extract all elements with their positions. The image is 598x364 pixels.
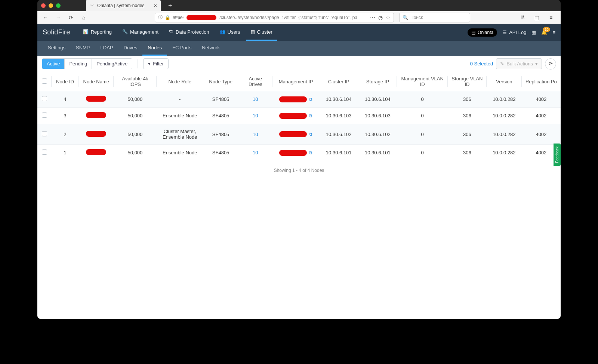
subnav-item-snmp[interactable]: SNMP xyxy=(71,41,95,56)
address-bar[interactable]: ⓘ 🔒 https: /cluster/#/system/nodes?page=… xyxy=(155,13,394,22)
nav-label: Data Protection xyxy=(176,29,209,35)
caret-down-icon: ▾ xyxy=(535,61,538,67)
cell-cluster-ip: 10.30.6.103 xyxy=(319,108,358,124)
home-button[interactable]: ⌂ xyxy=(78,12,89,23)
url-protocol: https: xyxy=(173,15,184,20)
sub-navigation: SettingsSNMPLDAPDrivesNodesFC PortsNetwo… xyxy=(37,41,561,56)
row-checkbox[interactable] xyxy=(42,112,47,118)
column-header[interactable]: Version xyxy=(487,72,522,91)
window-close-button[interactable] xyxy=(41,3,46,8)
column-checkbox xyxy=(37,72,52,91)
cluster-selector[interactable]: ▤ Onlanta xyxy=(468,28,497,37)
forward-button[interactable]: → xyxy=(53,12,64,23)
external-link-icon[interactable]: ⧉ xyxy=(309,97,312,102)
external-link-icon[interactable]: ⧉ xyxy=(309,150,312,155)
notification-badge: 10 xyxy=(543,27,550,32)
status-tab-pendingactive[interactable]: PendingActive xyxy=(92,59,132,69)
refresh-button[interactable]: ⟳ xyxy=(545,58,556,70)
cell-mgmt-ip[interactable]: ⧉ xyxy=(272,108,319,124)
status-tab-pending[interactable]: Pending xyxy=(65,59,92,69)
reload-button[interactable]: ⟳ xyxy=(66,12,76,23)
window-maximize-button[interactable] xyxy=(56,3,61,8)
cell-mvlan: 0 xyxy=(397,145,447,161)
select-all-checkbox[interactable] xyxy=(42,78,47,84)
external-link-icon[interactable]: ⧉ xyxy=(309,132,312,137)
bookmark-icon[interactable]: ☆ xyxy=(386,15,391,21)
nav-label: Reporting xyxy=(91,29,112,35)
column-header[interactable]: Active Drives xyxy=(238,72,272,91)
cell-role: - xyxy=(157,91,203,108)
cell-cluster-ip: 10.30.6.104 xyxy=(319,91,358,108)
feedback-tab[interactable]: Feedback xyxy=(554,144,561,166)
column-header[interactable]: Storage VLAN ID xyxy=(448,72,487,91)
api-log-button[interactable]: ☰ API Log xyxy=(502,30,526,35)
cell-node-id: 4 xyxy=(52,91,79,108)
topnav-item-reporting[interactable]: 📊Reporting xyxy=(78,24,116,41)
library-icon[interactable]: ⫴\ xyxy=(517,12,528,23)
column-header[interactable]: Node ID xyxy=(52,72,79,91)
column-header[interactable]: Management VLAN ID xyxy=(397,72,447,91)
cell-node-name xyxy=(78,124,114,145)
status-tab-active[interactable]: Active xyxy=(42,59,65,69)
topnav-item-data-protection[interactable]: 🛡Data Protection xyxy=(164,24,214,41)
topnav-item-management[interactable]: 🔧Management xyxy=(118,24,163,41)
back-button[interactable]: ← xyxy=(40,12,51,23)
app-menu-button[interactable]: ≡ xyxy=(552,30,555,35)
column-header[interactable]: Cluster IP xyxy=(319,72,358,91)
notifications-button[interactable]: 🔔 10 xyxy=(541,30,547,35)
browser-menu-icon[interactable]: ≡ xyxy=(546,12,556,23)
filter-button[interactable]: ▾ Filter xyxy=(143,58,169,69)
cell-replication: 4002 xyxy=(522,124,561,145)
column-header[interactable]: Storage IP xyxy=(358,72,397,91)
nav-icon: 🛡 xyxy=(169,29,173,34)
topnav-item-users[interactable]: 👥Users xyxy=(215,24,245,41)
page-action-icon[interactable]: ⋯ xyxy=(370,15,375,21)
subnav-item-ldap[interactable]: LDAP xyxy=(95,41,118,56)
external-link-icon[interactable]: ⧉ xyxy=(309,113,312,118)
table-footer-summary: Showing 1 - 4 of 4 Nodes xyxy=(37,161,561,180)
column-header[interactable]: Node Role xyxy=(157,72,203,91)
sidebar-toggle-icon[interactable]: ◫ xyxy=(531,12,542,23)
column-header[interactable]: Replication Po xyxy=(522,72,561,91)
column-header[interactable]: Node Name xyxy=(78,72,114,91)
cell-drives[interactable]: 10 xyxy=(238,145,272,161)
cell-drives[interactable]: 10 xyxy=(238,108,272,124)
cell-mgmt-ip[interactable]: ⧉ xyxy=(272,124,319,145)
cell-replication: 4002 xyxy=(522,91,561,108)
row-checkbox[interactable] xyxy=(42,149,47,155)
pocket-icon[interactable]: ◔ xyxy=(378,15,383,21)
cell-role: Cluster Master, Ensemble Node xyxy=(157,124,203,145)
subnav-item-network[interactable]: Network xyxy=(197,41,225,56)
grid-icon[interactable]: ▦ xyxy=(531,30,536,35)
cell-iops: 50,000 xyxy=(114,124,157,145)
table-row: 350,000Ensemble NodeSF480510⧉10.30.6.103… xyxy=(37,108,561,124)
nodes-table: Node IDNode NameAvailable 4k IOPSNode Ro… xyxy=(37,72,561,161)
cell-drives[interactable]: 10 xyxy=(238,124,272,145)
nav-icon: ▤ xyxy=(251,29,255,34)
subnav-item-nodes[interactable]: Nodes xyxy=(142,41,167,56)
cell-node-name xyxy=(78,145,114,161)
row-checkbox[interactable] xyxy=(42,96,47,101)
page-info-icon[interactable]: ⓘ xyxy=(158,14,163,21)
cell-mvlan: 0 xyxy=(397,108,447,124)
browser-search-box[interactable]: 🔍 Поиск xyxy=(399,13,470,22)
subnav-item-fc-ports[interactable]: FC Ports xyxy=(167,41,197,56)
subnav-item-drives[interactable]: Drives xyxy=(118,41,143,56)
table-row: 450,000-SF480510⧉10.30.6.10410.30.6.1040… xyxy=(37,91,561,108)
column-header[interactable]: Management IP xyxy=(272,72,319,91)
cell-mgmt-ip[interactable]: ⧉ xyxy=(272,91,319,108)
new-tab-button[interactable]: + xyxy=(168,2,172,10)
nav-label: Management xyxy=(130,29,158,35)
column-header[interactable]: Node Type xyxy=(203,72,238,91)
row-checkbox[interactable] xyxy=(42,131,47,136)
cell-mgmt-ip[interactable]: ⧉ xyxy=(272,145,319,161)
window-minimize-button[interactable] xyxy=(49,3,53,8)
column-header[interactable]: Available 4k IOPS xyxy=(114,72,157,91)
subnav-item-settings[interactable]: Settings xyxy=(43,41,71,56)
cell-drives[interactable]: 10 xyxy=(238,91,272,108)
table-toolbar: ActivePendingPendingActive ▾ Filter 0 Se… xyxy=(37,56,561,72)
topnav-item-cluster[interactable]: ▤Cluster xyxy=(246,24,277,41)
cell-iops: 50,000 xyxy=(114,145,157,161)
tab-close-button[interactable]: × xyxy=(154,3,157,9)
browser-tab[interactable]: 〰 Onlanta | system-nodes × xyxy=(86,0,161,11)
